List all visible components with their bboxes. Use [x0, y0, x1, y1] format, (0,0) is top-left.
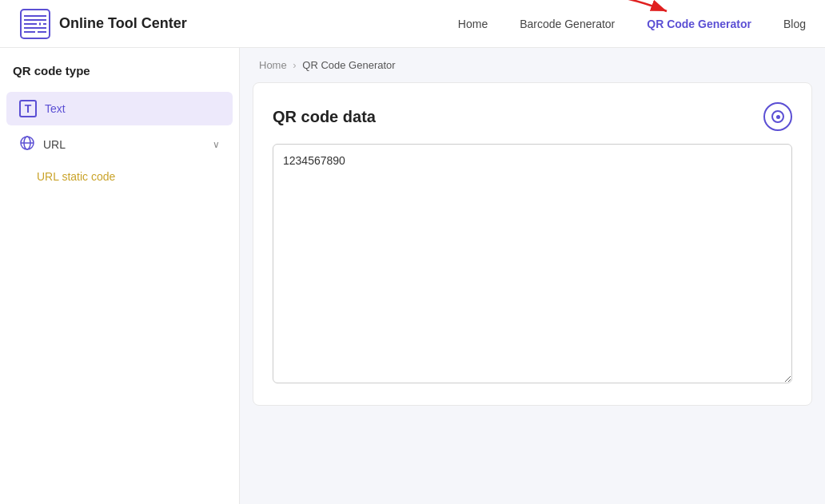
sidebar-title: QR code type	[0, 64, 239, 90]
breadcrumb-separator: ›	[293, 59, 296, 71]
qr-preview-icon	[771, 110, 784, 123]
nav-qrcode-area: QR Code Generator	[647, 18, 751, 30]
nav-barcode[interactable]: Barcode Generator	[520, 14, 615, 34]
sidebar-item-text-label: Text	[45, 102, 66, 115]
header: Online Tool Center Home Barcode Generato…	[0, 0, 825, 48]
sidebar: QR code type T Text URL ∨ URL static cod…	[0, 48, 240, 504]
logo-text: Online Tool Center	[59, 15, 187, 32]
content-card: QR code data	[253, 82, 812, 406]
qr-data-textarea[interactable]	[273, 144, 792, 383]
sidebar-item-url-label: URL	[43, 138, 66, 151]
nav-home[interactable]: Home	[458, 14, 488, 34]
content-title: QR code data	[273, 108, 376, 126]
nav-qrcode[interactable]: QR Code Generator	[647, 14, 751, 34]
qr-icon-dot	[776, 115, 780, 119]
sidebar-item-text[interactable]: T Text	[6, 92, 233, 125]
breadcrumb-home[interactable]: Home	[259, 59, 287, 71]
logo-area: Online Tool Center	[19, 8, 187, 40]
nav: Home Barcode Generator QR Code Generator…	[458, 14, 806, 34]
nav-blog[interactable]: Blog	[783, 14, 806, 34]
layout: QR code type T Text URL ∨ URL static cod…	[0, 48, 825, 504]
logo-icon	[19, 8, 51, 40]
main-content: Home › QR Code Generator QR code data	[240, 48, 825, 504]
text-type-icon: T	[19, 100, 37, 117]
sidebar-subitem-url-static-label: URL static code	[37, 170, 115, 183]
globe-icon	[19, 135, 35, 154]
sidebar-item-url[interactable]: URL ∨	[6, 127, 233, 162]
qr-preview-button[interactable]	[763, 102, 792, 131]
chevron-down-icon: ∨	[213, 139, 220, 150]
breadcrumb-current: QR Code Generator	[302, 59, 395, 71]
sidebar-subitem-url-static[interactable]: URL static code	[0, 164, 239, 189]
breadcrumb: Home › QR Code Generator	[240, 48, 825, 82]
content-header: QR code data	[273, 102, 792, 131]
